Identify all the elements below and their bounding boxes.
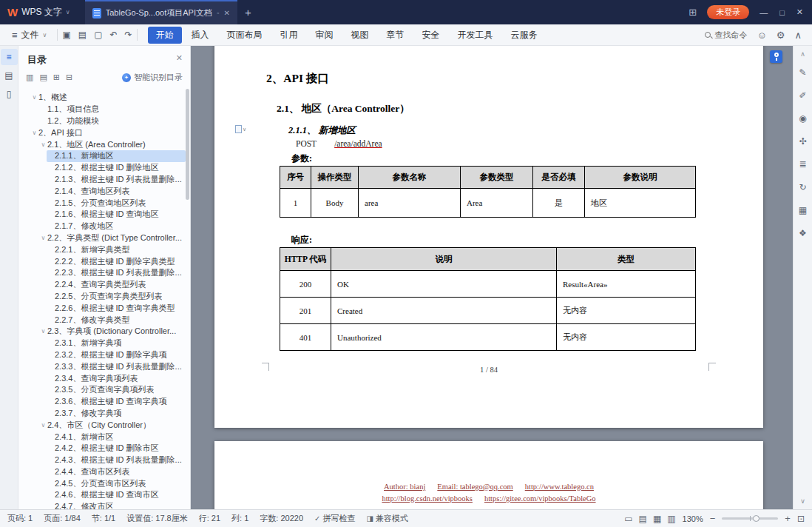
seal-icon[interactable]: ◉ xyxy=(796,111,811,126)
fit-page-icon[interactable]: ⊡ xyxy=(797,514,805,524)
toc-item[interactable]: 2.2.5、分页查询字典类型列表 xyxy=(47,291,186,303)
toc-item[interactable]: 2.2.2、根据主键 ID 删除字典类型 xyxy=(47,255,186,267)
toc-locate-pin-button[interactable] xyxy=(770,50,782,63)
toc-item[interactable]: 2.2.1、新增字典类型 xyxy=(47,244,186,255)
ribbon-tab-1[interactable]: 插入 xyxy=(183,27,217,44)
compat-mode-status[interactable]: ◨ 兼容模式 xyxy=(366,513,407,524)
bookmarks-strip-icon[interactable]: ▯ xyxy=(1,86,18,102)
toc-item[interactable]: 2.1.3、根据主键 ID 列表批量删除... xyxy=(47,174,186,186)
read-mode-icon[interactable]: ▭ xyxy=(624,514,632,524)
spellcheck-status[interactable]: ✓ 拼写检查 xyxy=(314,513,355,524)
toc-item[interactable]: 2.4.1、新增市区 xyxy=(47,431,186,443)
toc-item[interactable]: 1.1、项目信息 xyxy=(39,104,186,115)
print-layout-icon[interactable]: ▤ xyxy=(639,514,647,524)
toc-strip-icon[interactable]: ≡ xyxy=(1,49,18,65)
ribbon-tab-7[interactable]: 安全 xyxy=(414,27,448,44)
document-page-1[interactable]: 2、API 接口 2.1、 地区（Area Controller） 2.1.1、… xyxy=(214,46,763,428)
toc-item[interactable]: 1.2、功能模块 xyxy=(39,115,186,127)
toc-item[interactable]: 2.2.4、查询字典类型列表 xyxy=(47,279,186,291)
toc-item[interactable]: 2.2.3、根据主键 ID 列表批量删除... xyxy=(47,267,186,279)
toc-item[interactable]: 2.4.5、分页查询市区列表 xyxy=(47,477,186,489)
redo-icon[interactable]: ↷ xyxy=(125,30,132,40)
collapse-ribbon-icon[interactable]: ∧ xyxy=(794,30,802,41)
ribbon-tab-6[interactable]: 章节 xyxy=(379,27,413,44)
feedback-emoji-icon[interactable]: ☺ xyxy=(757,30,767,41)
zoom-out-button[interactable]: − xyxy=(710,513,716,524)
toc-item[interactable]: 2.1.5、分页查询地区列表 xyxy=(47,197,186,209)
doc-link[interactable]: http://blog.csdn.net/vipbooks xyxy=(382,494,473,503)
toc-item[interactable]: 2.3.1、新增字典项 xyxy=(47,338,186,349)
toc-item[interactable]: ∨2、API 接口 xyxy=(30,127,186,138)
toc-item[interactable]: 2.3.4、查询字典项列表 xyxy=(47,372,186,384)
ribbon-tab-0[interactable]: 开始 xyxy=(148,27,182,44)
zoom-slider-thumb[interactable] xyxy=(753,515,759,522)
ribbon-tab-9[interactable]: 云服务 xyxy=(503,27,546,44)
zoom-in-button[interactable]: + xyxy=(785,513,791,524)
tab-close-icon[interactable]: ✕ xyxy=(224,9,230,17)
toc-item[interactable]: 2.2.6、根据主键 ID 查询字典类型 xyxy=(47,302,186,314)
new-tab-button[interactable]: + xyxy=(245,6,251,19)
pin-icon[interactable]: ◦ xyxy=(217,9,220,17)
toc-list-icon[interactable]: ▤ xyxy=(39,73,47,82)
zoom-slider[interactable] xyxy=(722,517,778,520)
command-search[interactable]: 查找命令 xyxy=(705,30,748,41)
toc-item[interactable]: ∨2.4、市区（City Controller） xyxy=(39,419,186,431)
toc-item[interactable]: 2.3.7、修改字典项 xyxy=(47,408,186,420)
comment-pen-icon[interactable]: ✎ xyxy=(796,65,811,80)
save-icon[interactable]: ▣ xyxy=(62,30,70,40)
login-button[interactable]: 未登录 xyxy=(707,5,749,19)
thumbnails-strip-icon[interactable]: ▤ xyxy=(1,67,18,84)
undo-icon[interactable]: ↶ xyxy=(109,30,117,40)
doc-link[interactable]: https://gitee.com/vipbooks/TableGo xyxy=(484,494,596,503)
document-page-2[interactable]: Author: bianjEmail: tablego@qq.comhttp:/… xyxy=(214,441,763,509)
doc-link[interactable]: Author: bianj xyxy=(384,483,425,491)
qr-grid-icon[interactable]: ▦ xyxy=(796,203,811,218)
toc-close-icon[interactable]: ✕ xyxy=(176,53,183,63)
ribbon-tab-4[interactable]: 审阅 xyxy=(308,27,342,44)
app-menu[interactable]: W WPS 文字 ∨ xyxy=(0,6,78,19)
scroll-up-icon[interactable]: ∧ xyxy=(800,50,805,58)
toc-item[interactable]: 2.1.2、根据主键 ID 删除地区 xyxy=(47,162,186,174)
ribbon-tab-3[interactable]: 引用 xyxy=(272,27,306,44)
toc-item[interactable]: 2.1.6、根据主键 ID 查询地区 xyxy=(47,209,186,221)
document-tab[interactable]: TableGo-Sp...oot项目API文档 ◦ ✕ xyxy=(85,0,237,24)
select-tool-icon[interactable]: ✐ xyxy=(796,88,811,103)
scroll-down-icon[interactable]: ∨ xyxy=(800,497,805,505)
file-menu-button[interactable]: ≡ 文件 ∨ xyxy=(6,29,53,41)
history-icon[interactable]: ↻ xyxy=(796,180,811,195)
margin-note-icon[interactable]: ∨ xyxy=(235,125,246,133)
toc-item[interactable]: 2.4.7、修改市区 xyxy=(47,501,186,509)
doc-link[interactable]: Email: tablego@qq.com xyxy=(437,483,512,491)
print-preview-icon[interactable]: ▢ xyxy=(94,30,102,40)
expand-all-icon[interactable]: ⊞ xyxy=(53,73,60,82)
minimize-button[interactable]: — xyxy=(759,8,768,17)
toc-scrollbar[interactable] xyxy=(186,89,189,200)
print-icon[interactable]: ▤ xyxy=(78,30,87,40)
toc-item[interactable]: 2.3.3、根据主键 ID 列表批量删除... xyxy=(47,360,186,372)
toc-item[interactable]: ∨2.2、字典类型 (Dict Type Controller... xyxy=(39,232,186,244)
toc-item[interactable]: 2.3.6、根据主键 ID 查询字典项 xyxy=(47,396,186,408)
toc-item[interactable]: ∨2.3、字典项 (Dictionary Controller... xyxy=(39,326,186,338)
toc-item[interactable]: 2.2.7、修改字典类型 xyxy=(47,314,186,326)
close-button[interactable]: ✕ xyxy=(796,7,803,17)
outline-view-icon[interactable]: ▥ xyxy=(667,514,675,524)
outline-icon[interactable]: ≣ xyxy=(796,157,811,172)
endpoint-link[interactable]: /area/addArea xyxy=(334,139,382,148)
settings-gear-icon[interactable]: ⚙ xyxy=(777,30,785,41)
maximize-button[interactable]: □ xyxy=(779,8,785,17)
ribbon-tab-2[interactable]: 页面布局 xyxy=(219,27,271,44)
toc-item[interactable]: ∨2.1、地区 (Area Controller) xyxy=(39,138,186,150)
toc-item[interactable]: 2.4.3、根据主键 ID 列表批量删除... xyxy=(47,454,186,466)
toc-item[interactable]: 2.4.6、根据主键 ID 查询市区 xyxy=(47,489,186,501)
toc-level-icon[interactable]: ▥ xyxy=(26,73,33,82)
ribbon-tab-8[interactable]: 开发工具 xyxy=(450,27,501,44)
toc-item[interactable]: 2.4.2、根据主键 ID 删除市区 xyxy=(47,443,186,454)
smart-toc-button[interactable]: ✦ 智能识别目录 xyxy=(122,72,183,83)
toc-item[interactable]: 2.3.5、分页查询字典项列表 xyxy=(47,384,186,396)
toc-item[interactable]: 2.4.4、查询市区列表 xyxy=(47,466,186,478)
workspace-grid-icon[interactable]: ⊞ xyxy=(688,7,697,18)
collapse-all-icon[interactable]: ⊟ xyxy=(66,73,72,82)
web-layout-icon[interactable]: ▦ xyxy=(653,514,661,524)
toc-item[interactable]: 2.1.4、查询地区列表 xyxy=(47,185,186,197)
toc-item[interactable]: 2.3.2、根据主键 ID 删除字典项 xyxy=(47,349,186,361)
